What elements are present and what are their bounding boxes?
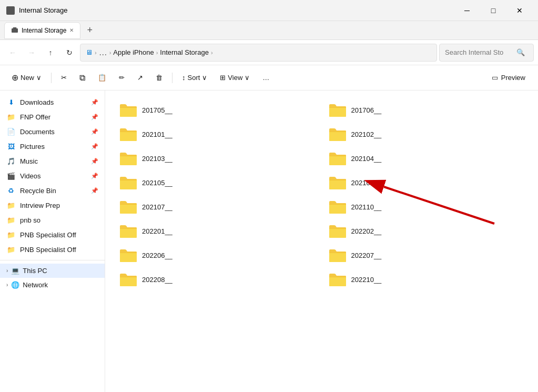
folder-name: 202106__ bbox=[351, 179, 382, 187]
pin-icon: 📌 bbox=[91, 173, 98, 179]
tab-icon bbox=[11, 27, 18, 34]
breadcrumb-more[interactable]: … bbox=[99, 48, 107, 57]
paste-button[interactable]: 📋 bbox=[93, 69, 111, 87]
more-button[interactable]: … bbox=[257, 69, 275, 87]
sidebar-item-label: Videos bbox=[20, 172, 41, 180]
sidebar-item-label: FNP Offer bbox=[20, 113, 50, 121]
rename-button[interactable]: ✏ bbox=[114, 69, 130, 87]
view-button[interactable]: ⊞ View ∨ bbox=[215, 69, 255, 87]
active-tab[interactable]: Internal Storage ✕ bbox=[4, 22, 80, 39]
folder-item[interactable]: 202206__ bbox=[114, 244, 321, 266]
back-button[interactable]: ← bbox=[4, 44, 21, 61]
window-controls: ─ □ ✕ bbox=[455, 2, 532, 19]
sidebar-item-network[interactable]: › 🌐 Network bbox=[0, 278, 105, 292]
app-icon bbox=[6, 6, 15, 15]
sidebar-item-label: pnb so bbox=[20, 216, 40, 224]
sidebar-item-documents[interactable]: 📄 Documents 📌 bbox=[0, 124, 105, 139]
new-icon: ⊕ bbox=[12, 73, 18, 83]
sidebar-item-pnb1[interactable]: 📁 PNB Specialist Off bbox=[0, 227, 105, 242]
folder-icon bbox=[328, 247, 347, 263]
breadcrumb-iphone[interactable]: Apple iPhone bbox=[113, 48, 154, 56]
new-tab-button[interactable]: + bbox=[83, 25, 97, 36]
breadcrumb-computer-icon[interactable]: 🖥 bbox=[86, 48, 93, 56]
content-area: 201705__ 201706__ 202101__ 202102__ bbox=[105, 91, 538, 392]
tab-label: Internal Storage bbox=[22, 27, 66, 34]
folder-item[interactable]: 202201__ bbox=[114, 220, 321, 242]
folder-icon bbox=[328, 272, 347, 287]
sidebar-item-music[interactable]: 🎵 Music 📌 bbox=[0, 154, 105, 168]
share-button[interactable]: ↗ bbox=[132, 69, 148, 87]
svg-rect-15 bbox=[329, 228, 346, 229]
sort-button[interactable]: ↕ Sort ∨ bbox=[177, 69, 212, 87]
folder-item[interactable]: 202103__ bbox=[114, 147, 321, 169]
folder-item[interactable]: 202208__ bbox=[114, 268, 321, 290]
refresh-button[interactable]: ↻ bbox=[61, 44, 78, 61]
sidebar-item-fnp[interactable]: 📁 FNP Offer 📌 bbox=[0, 109, 105, 124]
this-pc-label: This PC bbox=[23, 267, 47, 275]
sidebar-item-label: Documents bbox=[20, 128, 55, 136]
copy-button[interactable]: ⧉ bbox=[74, 69, 90, 87]
folder-name: 202104__ bbox=[351, 155, 382, 163]
folder-item[interactable]: 202107__ bbox=[114, 196, 321, 218]
toolbar-sep1 bbox=[51, 73, 52, 83]
folder-name: 202201__ bbox=[142, 227, 172, 235]
up-button[interactable]: ↑ bbox=[42, 44, 59, 61]
folder-item[interactable]: 202105__ bbox=[114, 172, 321, 194]
fnp-icon: 📁 bbox=[6, 112, 16, 122]
cut-button[interactable]: ✂ bbox=[56, 69, 72, 87]
recycle-icon: ♻ bbox=[6, 186, 16, 195]
folder-item[interactable]: 201706__ bbox=[323, 99, 530, 121]
sidebar-item-downloads[interactable]: ⬇ Downloads 📌 bbox=[0, 95, 105, 109]
sidebar-item-this-pc[interactable]: › 💻 This PC bbox=[0, 264, 105, 278]
search-input[interactable] bbox=[445, 48, 513, 56]
sidebar-item-pnb2[interactable]: 📁 PNB Specialist Off bbox=[0, 242, 105, 257]
svg-rect-4 bbox=[120, 107, 137, 108]
folder-name: 202208__ bbox=[142, 276, 172, 284]
breadcrumb: 🖥 › … › Apple iPhone › Internal Storage … bbox=[80, 44, 437, 62]
svg-rect-8 bbox=[120, 156, 137, 156]
folder-item[interactable]: 202110__ bbox=[323, 196, 530, 218]
folder-icon: 📁 bbox=[6, 230, 16, 239]
sidebar-item-pictures[interactable]: 🖼 Pictures 📌 bbox=[0, 139, 105, 154]
folder-item[interactable]: 202207__ bbox=[323, 244, 530, 266]
breadcrumb-sep2: › bbox=[109, 49, 111, 56]
sidebar-item-videos[interactable]: 🎬 Videos 📌 bbox=[0, 168, 105, 183]
folder-item[interactable]: 201705__ bbox=[114, 99, 321, 121]
forward-button[interactable]: → bbox=[23, 44, 40, 61]
new-button[interactable]: ⊕ New ∨ bbox=[6, 69, 47, 87]
sidebar-item-intrview[interactable]: 📁 Intrview Prep bbox=[0, 198, 105, 213]
preview-label: Preview bbox=[501, 74, 525, 82]
preview-button[interactable]: ▭ Preview bbox=[485, 69, 532, 87]
folder-name: 202210__ bbox=[351, 276, 382, 284]
sidebar-item-recycle[interactable]: ♻ Recycle Bin 📌 bbox=[0, 183, 105, 198]
svg-rect-5 bbox=[329, 107, 346, 108]
folder-item[interactable]: 202102__ bbox=[323, 123, 530, 145]
folder-icon bbox=[119, 247, 138, 263]
folder-item[interactable]: 202210__ bbox=[323, 268, 530, 290]
folder-item[interactable]: 202101__ bbox=[114, 123, 321, 145]
maximize-button[interactable]: □ bbox=[481, 2, 505, 19]
search-box[interactable]: 🔍 bbox=[439, 44, 534, 62]
close-button[interactable]: ✕ bbox=[507, 2, 532, 19]
sidebar-item-label: Recycle Bin bbox=[20, 187, 56, 195]
sidebar-item-pnb-so[interactable]: 📁 pnb so bbox=[0, 213, 105, 227]
folder-item[interactable]: 202104__ bbox=[323, 147, 530, 169]
svg-rect-0 bbox=[7, 8, 14, 13]
delete-button[interactable]: 🗑 bbox=[150, 69, 168, 87]
breadcrumb-sep3: › bbox=[156, 49, 158, 56]
folder-icon bbox=[119, 102, 138, 118]
folder-item[interactable]: 202106__ bbox=[323, 172, 530, 194]
svg-rect-1 bbox=[8, 7, 13, 8]
music-icon: 🎵 bbox=[6, 156, 16, 166]
folder-name: 202102__ bbox=[351, 130, 382, 138]
svg-rect-17 bbox=[329, 253, 346, 253]
tab-close-icon[interactable]: ✕ bbox=[69, 27, 74, 33]
folder-item[interactable]: 202202__ bbox=[323, 220, 530, 242]
pin-icon: 📌 bbox=[91, 114, 98, 120]
minimize-button[interactable]: ─ bbox=[455, 2, 479, 19]
svg-rect-13 bbox=[329, 204, 346, 205]
breadcrumb-storage[interactable]: Internal Storage bbox=[160, 48, 209, 56]
search-icon: 🔍 bbox=[516, 48, 525, 56]
sidebar-item-label: Downloads bbox=[20, 98, 54, 106]
folder-icon: 📁 bbox=[6, 200, 16, 210]
